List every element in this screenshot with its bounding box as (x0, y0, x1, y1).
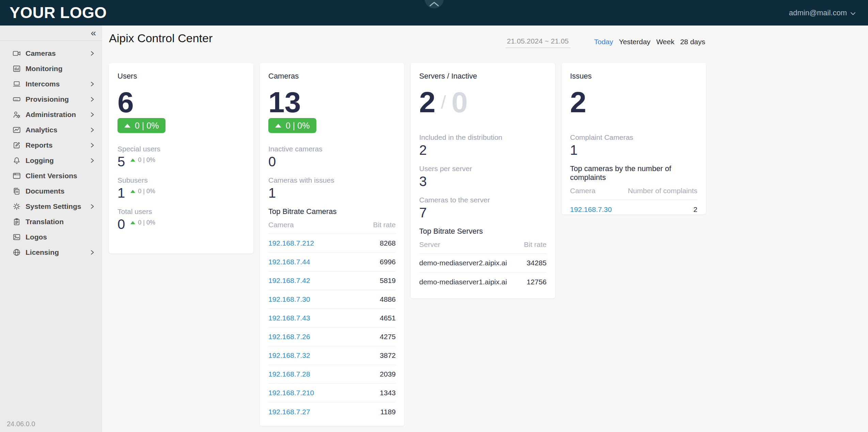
stat-value: 7 (419, 205, 427, 220)
sidebar-item-system-settings[interactable]: System Settings (0, 199, 102, 214)
stat-delta: 0 | 0% (130, 156, 155, 164)
sidebar-item-intercoms[interactable]: Intercoms (0, 76, 102, 92)
sidebar-item-label: Reports (26, 141, 89, 149)
stat-value: 2 (419, 143, 427, 157)
account-menu[interactable]: admin@mail.com (789, 0, 856, 26)
camera-link[interactable]: 192.168.7.43 (268, 314, 310, 322)
filter-yesterday[interactable]: Yesterday (619, 38, 651, 46)
filter-today[interactable]: Today (594, 38, 613, 46)
column-header: Number of complaints (628, 187, 697, 195)
sidebar-item-reports[interactable]: Reports (0, 137, 102, 153)
sidebar-item-label: Administration (26, 111, 89, 119)
table-row: 192.168.7.2128268 (268, 234, 396, 253)
sidebar-item-documents[interactable]: Documents (0, 183, 102, 199)
cameras-total-value: 13 (268, 89, 301, 115)
sidebar-item-logging[interactable]: Logging (0, 153, 102, 168)
table-row: 192.168.7.282039 (268, 365, 396, 384)
account-email: admin@mail.com (789, 9, 847, 17)
users-trend-badge: 0 | 0% (117, 118, 165, 133)
issues-card: Issues 2 Complaint Cameras1 Top cameras … (562, 63, 706, 214)
camera-link[interactable]: 192.168.7.42 (268, 277, 310, 285)
triangle-up-icon (124, 124, 130, 128)
filter-week[interactable]: Week (656, 38, 674, 46)
stat-special-users: Special users50 | 0% (117, 145, 245, 169)
camera-link[interactable]: 192.168.7.212 (268, 239, 314, 247)
sidebar: « CamerasMonitoringIntercomsProvisioning… (0, 26, 102, 432)
stat-label: Complaint Cameras (570, 133, 697, 142)
sidebar-collapse-button[interactable]: « (0, 26, 102, 41)
bitrate-value: 4275 (380, 333, 396, 341)
card-title: Cameras (268, 72, 396, 81)
date-controls: TodayYesterdayWeek28 days (505, 36, 705, 48)
camera-link[interactable]: 192.168.7.28 (268, 370, 310, 378)
sidebar-item-cameras[interactable]: Cameras (0, 46, 102, 61)
stat-label: Subusers (117, 176, 245, 185)
table-title: Top Bitrate Servers (419, 227, 547, 236)
camera-link[interactable]: 192.168.7.210 (268, 389, 314, 397)
stat-users-per-server: Users per server3 (419, 164, 547, 189)
intercom-icon (12, 80, 21, 88)
stat-delta-text: 0 | 0% (138, 156, 155, 164)
table-row: 192.168.7.2101343 (268, 384, 396, 402)
sidebar-item-administration[interactable]: Administration (0, 107, 102, 122)
sidebar-item-monitoring[interactable]: Monitoring (0, 61, 102, 76)
stat-delta-text: 0 | 0% (138, 219, 155, 226)
table-row: 192.168.7.425819 (268, 271, 396, 290)
stat-delta-text: 0 | 0% (138, 188, 155, 195)
image-icon (12, 233, 21, 242)
column-header: Camera (268, 221, 294, 229)
cameras-card: Cameras 13 0 | 0% Inactive cameras0Camer… (260, 63, 404, 426)
camera-link[interactable]: 192.168.7.32 (268, 351, 310, 360)
scroll-top-button[interactable] (425, 0, 444, 9)
table-row: 192.168.7.323872 (268, 346, 396, 365)
bitrate-value: 4886 (380, 295, 396, 303)
sidebar-item-client-versions[interactable]: Client Versions (0, 168, 102, 183)
documents-icon (12, 187, 21, 196)
servers-card: Servers / Inactive 2 / 0 Included in the… (411, 63, 555, 298)
user-gear-icon (12, 110, 21, 119)
gear-icon (12, 202, 21, 211)
camera-link[interactable]: 192.168.7.27 (268, 408, 310, 416)
sidebar-item-analytics[interactable]: Analytics (0, 122, 102, 137)
stat-included-in-the-distribution: Included in the distribution2 (419, 133, 547, 157)
date-filters: TodayYesterdayWeek28 days (594, 38, 705, 46)
page-title: Aipix Control Center (109, 32, 212, 45)
sidebar-item-label: System Settings (26, 202, 89, 211)
stat-value: 0 (117, 217, 125, 232)
app-version: 24.06.0.0 (7, 420, 35, 428)
sidebar-item-label: Logos (26, 233, 95, 241)
table-row: 192.168.7.264275 (268, 328, 396, 346)
camera-link[interactable]: 192.168.7.30 (268, 295, 310, 303)
table-header: CameraBit rate (268, 221, 396, 234)
bell-icon (12, 156, 21, 165)
sidebar-item-licensing[interactable]: Licensing (0, 245, 102, 260)
column-header: Camera (570, 187, 596, 195)
server-name: demo-mediaserver2.aipix.ai (419, 259, 507, 267)
table-row: 192.168.7.446996 (268, 253, 396, 271)
bitrate-value: 1343 (380, 389, 396, 397)
analytics-icon (12, 126, 21, 134)
stat-value: 1 (570, 143, 578, 157)
sidebar-item-translation[interactable]: Translation (0, 214, 102, 229)
camera-link[interactable]: 192.168.7.30 (570, 205, 612, 214)
bitrate-value: 5819 (380, 277, 396, 285)
server-name: demo-mediaserver1.aipix.ai (419, 278, 507, 286)
sidebar-item-provisioning[interactable]: Provisioning (0, 92, 102, 107)
camera-link[interactable]: 192.168.7.26 (268, 333, 310, 341)
sidebar-item-label: Cameras (26, 49, 89, 57)
bitrate-value: 3872 (380, 351, 396, 360)
chevron-right-icon (89, 112, 95, 118)
filter-28-days[interactable]: 28 days (680, 38, 705, 46)
date-range-input[interactable] (505, 36, 571, 48)
stat-subusers: Subusers10 | 0% (117, 176, 245, 200)
sidebar-item-logos[interactable]: Logos (0, 229, 102, 245)
stat-total-users: Total users00 | 0% (117, 207, 245, 232)
top-bitrate-servers-table: ServerBit ratedemo-mediaserver2.aipix.ai… (419, 240, 547, 291)
camera-link[interactable]: 192.168.7.44 (268, 258, 310, 266)
globe-icon (12, 248, 21, 257)
chevron-right-icon (89, 157, 95, 164)
issues-total-value: 2 (570, 89, 586, 115)
triangle-up-icon (130, 190, 135, 193)
card-title: Servers / Inactive (419, 72, 547, 81)
stat-label: Inactive cameras (268, 145, 396, 153)
